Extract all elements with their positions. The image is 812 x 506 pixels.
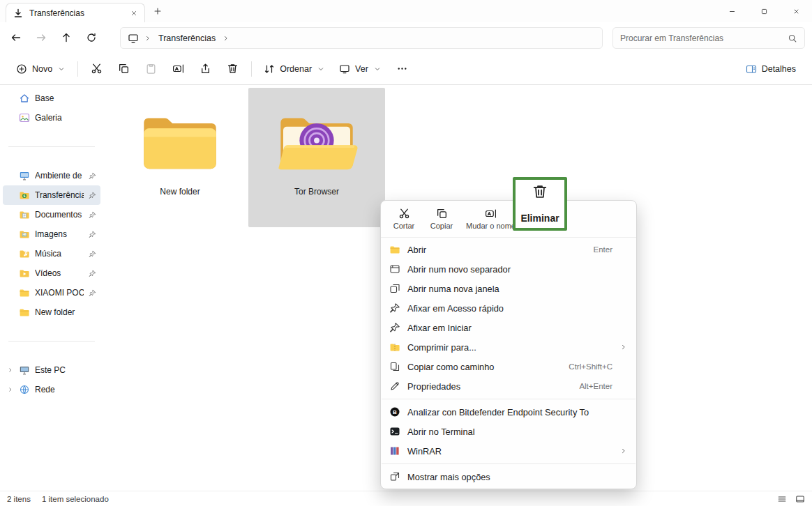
sidebar-item-este-pc[interactable]: Este PC (3, 360, 100, 380)
view-icon (339, 63, 350, 75)
documents-icon (19, 209, 30, 220)
minimize-button[interactable] (716, 0, 748, 22)
menu-item-abrir-num-novo-separador[interactable]: Abrir num novo separador (384, 259, 633, 279)
properties-icon (389, 381, 400, 392)
sort-button[interactable]: Ordenar (257, 58, 331, 80)
up-button[interactable] (56, 27, 77, 48)
delete-button[interactable] (220, 58, 246, 80)
breadcrumb-location[interactable]: Transferências (157, 33, 217, 43)
back-button[interactable] (6, 27, 27, 48)
pin-icon (89, 231, 96, 238)
cut-icon (398, 208, 410, 220)
sidebar-item-base[interactable]: Base (3, 89, 100, 108)
delete-quick-action[interactable]: Eliminar (516, 180, 564, 228)
sidebar-item-label: Base (35, 93, 96, 103)
sidebar-item-label: Galeria (35, 113, 96, 123)
menu-item-afixar-em-acesso-ra-pido[interactable]: Afixar em Acesso rápido (384, 298, 633, 318)
pc-icon (19, 365, 30, 376)
sidebar-item-rede[interactable]: Rede (3, 380, 100, 399)
menu-item-winrar[interactable]: WinRAR (384, 441, 633, 461)
view-button[interactable]: Ver (333, 58, 388, 80)
search-box[interactable] (612, 27, 805, 49)
rename-button[interactable] (165, 58, 191, 80)
menu-item-propriedades[interactable]: Propriedades Alt+Enter (384, 376, 633, 396)
sidebar-item-galeria[interactable]: Galeria (3, 108, 100, 128)
view-toggles (777, 494, 805, 504)
quick-actions-bar: Cortar Copiar Mudar o nome (381, 201, 636, 238)
menu-item-comprimir-para[interactable]: Comprimir para... (384, 337, 633, 357)
sidebar-item-vi-deos[interactable]: Vídeos (3, 263, 100, 283)
share-button[interactable] (193, 58, 218, 80)
folder-large-icon (138, 109, 222, 176)
menu-item-copiar-como-caminho[interactable]: Copiar como caminho Ctrl+Shift+C (384, 357, 633, 376)
sidebar-item-new-folder[interactable]: New folder (3, 302, 100, 322)
quick-action-mudar-o-nome[interactable]: Mudar o nome (460, 204, 521, 234)
file-name: Tor Browser (294, 187, 339, 197)
folder-tor-icon (275, 109, 359, 176)
address-bar[interactable]: Transferências (120, 27, 603, 49)
pin-icon (89, 250, 96, 258)
maximize-button[interactable] (748, 0, 780, 22)
quick-action-copiar[interactable]: Copiar (423, 204, 460, 234)
sidebar-item-ambiente-de-tra[interactable]: Ambiente de tra (3, 166, 100, 185)
download-icon (13, 8, 24, 19)
quick-action-label: Cortar (393, 222, 415, 230)
tab-title: Transferências (29, 8, 124, 18)
details-pane-icon (746, 63, 757, 75)
divider (8, 341, 95, 342)
expander-icon[interactable] (7, 386, 14, 393)
file-explorer-window: Transferências Transferências Nov (0, 0, 812, 506)
file-tile-new-folder[interactable]: New folder (112, 88, 248, 227)
menu-item-abrir[interactable]: Abrir Enter (384, 240, 633, 259)
menu-item-abrir-numa-nova-janela[interactable]: Abrir numa nova janela (384, 279, 633, 298)
videos-icon (19, 268, 30, 279)
menu-item-mostrar-mais-opc-o-es[interactable]: Mostrar mais opções (384, 467, 633, 486)
view-label: Ver (355, 64, 368, 74)
cut-button[interactable] (84, 58, 110, 80)
tab-close-icon[interactable] (130, 9, 138, 17)
menu-item-analizar-con-bitdefender-endpoint-security-to[interactable]: B Analizar con Bitdefender Endpoint Secu… (384, 402, 633, 422)
close-button[interactable] (780, 0, 812, 22)
new-button[interactable]: Novo (10, 58, 72, 80)
sidebar-item-mu-sica[interactable]: Música (3, 244, 100, 263)
menu-item-shortcut: Alt+Enter (579, 382, 612, 390)
more-options-icon (389, 471, 400, 482)
sidebar-item-transfere-ncias[interactable]: Transferências (3, 185, 100, 205)
search-icon[interactable] (788, 33, 797, 43)
see-more-button[interactable] (389, 58, 415, 80)
winrar-icon (389, 445, 400, 457)
new-tab-button[interactable] (153, 6, 163, 16)
music-icon (19, 248, 30, 259)
forward-button[interactable] (31, 27, 52, 48)
context-menu-list: Abrir Enter Abrir num novo separador Abr… (381, 238, 636, 489)
delete-action-label: Eliminar (520, 213, 559, 224)
status-bar: 2 itens 1 item selecionado (0, 491, 812, 506)
titlebar: Transferências (0, 0, 812, 22)
sidebar-item-imagens[interactable]: Imagens (3, 224, 100, 244)
menu-item-abrir-no-terminal[interactable]: Abrir no Terminal (384, 422, 633, 441)
paste-button[interactable] (138, 58, 164, 80)
sidebar-item-documentos[interactable]: Documentos (3, 205, 100, 224)
expander-icon[interactable] (7, 367, 14, 374)
details-label: Detalhes (762, 64, 796, 74)
menu-item-shortcut: Ctrl+Shift+C (569, 362, 612, 371)
command-toolbar: Novo Ordenar Ver Detalhes (0, 53, 812, 85)
quick-action-cortar[interactable]: Cortar (385, 204, 423, 234)
copy-button[interactable] (111, 58, 137, 80)
trash-icon (532, 183, 548, 200)
large-icons-view-toggle[interactable] (795, 494, 805, 504)
chevron-down-icon (317, 65, 325, 73)
file-tile-tor-browser[interactable]: Tor Browser (248, 88, 385, 227)
tab-transferencias[interactable]: Transferências (6, 3, 145, 22)
menu-item-label: Mostrar mais opções (407, 472, 606, 482)
refresh-button[interactable] (81, 27, 102, 48)
folder-icon (19, 307, 30, 318)
menu-item-afixar-em-iniciar[interactable]: Afixar em Iniciar (384, 318, 633, 337)
sidebar-item-xiaomi-poco-f[interactable]: XIAOMI POCO F (3, 283, 100, 302)
bitdefender-icon: B (389, 406, 400, 417)
details-button[interactable]: Detalhes (739, 58, 802, 80)
details-view-toggle[interactable] (777, 494, 787, 504)
toolbar-divider (77, 61, 78, 77)
new-label: Novo (32, 64, 52, 74)
search-input[interactable] (620, 33, 783, 43)
